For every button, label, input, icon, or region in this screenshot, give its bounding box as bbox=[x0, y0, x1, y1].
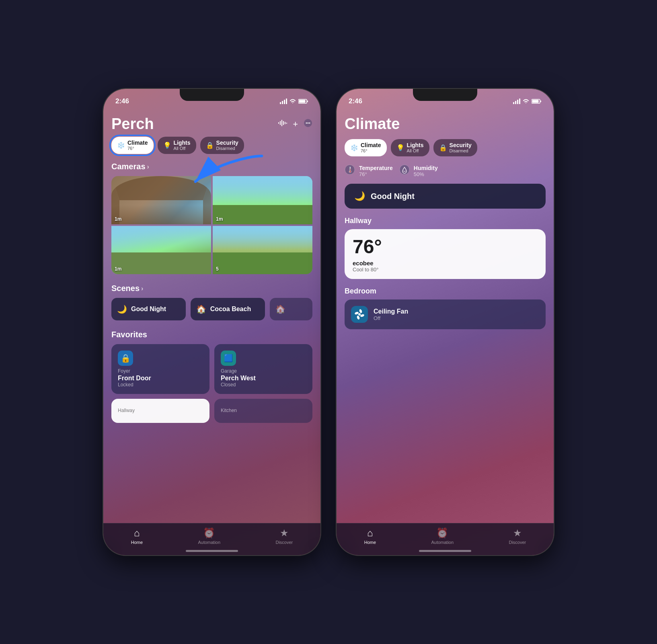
camera-side[interactable]: 5 bbox=[213, 226, 312, 274]
scene-extra[interactable]: 🏠 bbox=[270, 298, 312, 320]
cam-lawn bbox=[213, 205, 312, 224]
svg-rect-6 bbox=[307, 100, 308, 102]
svg-rect-24 bbox=[540, 100, 541, 102]
fav-status-frontdoor: Locked bbox=[118, 382, 203, 388]
goodnight-btn-2[interactable]: 🌙 Good Night bbox=[345, 184, 546, 209]
fav-room-foyer: Foyer bbox=[118, 368, 203, 374]
fav-kitchen[interactable]: Kitchen bbox=[214, 399, 312, 423]
thermostat-card[interactable]: 76° ecobee Cool to 80° bbox=[345, 229, 546, 279]
fav-garage-perchwest[interactable]: 🟦 Garage Perch West Closed bbox=[214, 344, 312, 394]
signal-icon-1 bbox=[280, 98, 287, 104]
fan-icon bbox=[351, 306, 368, 323]
fav-hallway[interactable]: Hallway bbox=[111, 399, 209, 423]
tab-home-1[interactable]: ⌂ Home bbox=[131, 527, 143, 545]
phone-1: 2:46 bbox=[103, 89, 320, 555]
phone-2-screen: 2:46 bbox=[337, 89, 554, 555]
cam-sky bbox=[213, 176, 312, 205]
svg-rect-12 bbox=[286, 123, 287, 124]
status-time-2: 2:46 bbox=[349, 97, 362, 105]
thermostat-mode: Cool to 80° bbox=[353, 267, 538, 273]
automation-tab-icon-2: ⏰ bbox=[436, 527, 448, 539]
goodnight-icon-1: 🌙 bbox=[117, 304, 127, 314]
svg-rect-9 bbox=[281, 120, 282, 126]
camera-back[interactable]: 1m bbox=[111, 226, 211, 274]
temperature-card: 🌡️ Temperature 76° bbox=[345, 164, 393, 177]
climate-icon-1: ❄️ bbox=[117, 142, 125, 149]
chip-security-1[interactable]: 🔒 Security Disarmed bbox=[200, 137, 244, 154]
header-row: Perch + bbox=[111, 115, 312, 133]
svg-rect-5 bbox=[299, 100, 306, 103]
hallway-section-title: Hallway bbox=[345, 217, 546, 225]
thermostat-temp: 76° bbox=[353, 237, 538, 256]
lock-icon-foyer: 🔒 bbox=[118, 351, 133, 366]
tab-discover-1[interactable]: ★ Discover bbox=[275, 527, 293, 545]
temperature-icon: 🌡️ bbox=[345, 164, 355, 177]
scene-goodnight-1[interactable]: 🌙 Good Night bbox=[111, 298, 186, 320]
signal-icon-2 bbox=[513, 98, 520, 104]
svg-point-14 bbox=[306, 123, 307, 124]
security-icon-2: 🔒 bbox=[439, 144, 447, 152]
chip-lights-1[interactable]: 💡 Lights All Off bbox=[158, 137, 196, 154]
tab-home-2[interactable]: ⌂ Home bbox=[364, 527, 376, 545]
garage-icon: 🟦 bbox=[221, 351, 236, 366]
tab-automation-1[interactable]: ⏰ Automation bbox=[198, 527, 220, 545]
svg-point-16 bbox=[309, 123, 310, 124]
wifi-icon-1 bbox=[289, 98, 296, 104]
svg-rect-20 bbox=[517, 100, 518, 104]
toolbar-icons: + bbox=[278, 119, 312, 129]
svg-point-15 bbox=[308, 123, 309, 124]
lights-icon-1: 💡 bbox=[163, 142, 171, 149]
svg-rect-10 bbox=[283, 121, 284, 125]
phone-1-content: Perch + bbox=[103, 109, 320, 523]
home-indicator-1 bbox=[186, 550, 238, 552]
svg-rect-0 bbox=[280, 102, 281, 104]
svg-rect-2 bbox=[284, 100, 285, 104]
svg-text:🌡️: 🌡️ bbox=[347, 166, 354, 173]
svg-rect-11 bbox=[285, 122, 285, 124]
phone-1-screen: 2:46 bbox=[103, 89, 320, 555]
svg-point-32 bbox=[356, 316, 360, 320]
battery-icon-1 bbox=[298, 98, 308, 104]
chips-row-2: ❄️ Climate 76° 💡 Lights All Off 🔒 bbox=[345, 139, 546, 156]
climate-icon-2: ❄️ bbox=[350, 144, 358, 152]
add-icon[interactable]: + bbox=[293, 119, 298, 129]
svg-point-28 bbox=[358, 313, 361, 316]
ceiling-fan-card[interactable]: Ceiling Fan Off bbox=[345, 299, 546, 329]
fav-room-kitchen-label: Kitchen bbox=[221, 408, 237, 413]
humidity-card: Humidity 50% bbox=[399, 164, 438, 177]
waveform-icon[interactable] bbox=[278, 119, 287, 129]
scenes-chevron: › bbox=[141, 285, 143, 292]
chips-row-1: ❄️ Climate 76° 💡 Lights All Off 🔒 bbox=[111, 137, 312, 154]
fav-foyer-frontdoor[interactable]: 🔒 Foyer Front Door Locked bbox=[111, 344, 209, 394]
chip-climate-2[interactable]: ❄️ Climate 76° bbox=[345, 139, 387, 156]
cam-timestamp-3: 1m bbox=[115, 266, 121, 272]
tab-automation-2[interactable]: ⏰ Automation bbox=[431, 527, 454, 545]
notch bbox=[180, 89, 244, 101]
svg-rect-8 bbox=[280, 121, 281, 125]
more-icon[interactable] bbox=[304, 119, 312, 129]
favorites-section-header: Favorites bbox=[111, 330, 312, 339]
svg-rect-23 bbox=[532, 100, 539, 103]
svg-rect-19 bbox=[515, 101, 516, 104]
scene-cocoa[interactable]: 🏠 Cocoa Beach bbox=[191, 298, 265, 320]
chip-lights-2[interactable]: 💡 Lights All Off bbox=[391, 139, 429, 156]
tab-discover-2[interactable]: ★ Discover bbox=[509, 527, 526, 545]
chip-security-2[interactable]: 🔒 Security Disarmed bbox=[433, 139, 477, 156]
chip-climate-1[interactable]: ❄️ Climate 76° bbox=[111, 137, 154, 154]
camera-front[interactable]: 1m bbox=[213, 176, 312, 224]
scenes-section-header[interactable]: Scenes › bbox=[111, 284, 312, 293]
discover-tab-icon-1: ★ bbox=[280, 527, 289, 539]
camera-foyer[interactable]: 1m bbox=[111, 176, 211, 224]
temp-hum-row: 🌡️ Temperature 76° bbox=[345, 164, 546, 177]
cameras-section-header[interactable]: Cameras › bbox=[111, 162, 312, 171]
page-title-1: Perch bbox=[111, 115, 154, 133]
thermostat-name: ecobee bbox=[353, 260, 538, 267]
camera-grid: 1m 1m 1m 5 bbox=[111, 176, 312, 274]
cam-timestamp-1: 1m bbox=[115, 216, 121, 222]
scenes-row: 🌙 Good Night 🏠 Cocoa Beach 🏠 bbox=[111, 298, 312, 320]
svg-rect-1 bbox=[282, 101, 283, 104]
svg-point-30 bbox=[359, 309, 362, 314]
climate-page-title: Climate bbox=[345, 115, 546, 133]
home-tab-icon-1: ⌂ bbox=[134, 527, 140, 539]
battery-icon-2 bbox=[532, 98, 542, 104]
